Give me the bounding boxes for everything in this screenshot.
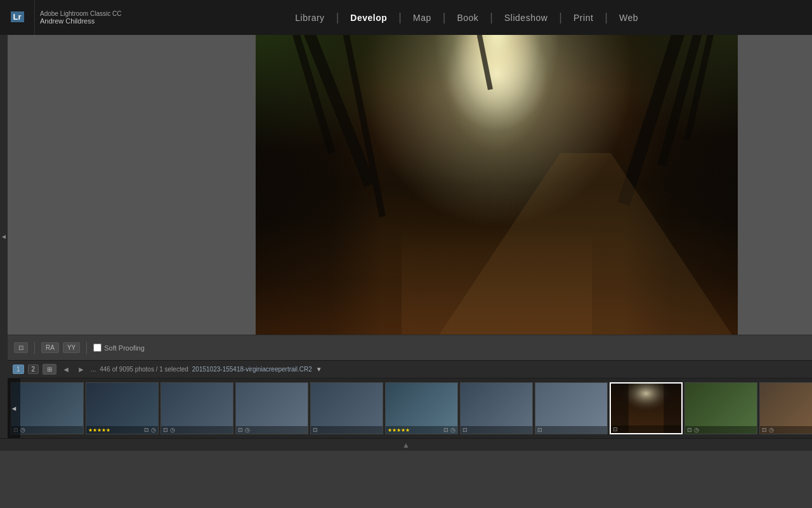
left-panel[interactable]: ◄ (0, 35, 8, 438)
film-thumb-10[interactable]: ⊡ ◷ (684, 382, 757, 434)
lr-badge: Lr (11, 11, 24, 22)
ra-button[interactable]: RA (41, 342, 59, 353)
nav-library[interactable]: Library (284, 8, 336, 28)
app-name: Adobe Lightroom Classic CC (40, 10, 121, 17)
main-photo (256, 35, 738, 335)
film-thumb-6[interactable]: ★★★★★ ⊡ ◷ (385, 382, 458, 434)
thumb-11-overlay: ⊡ ◷ (760, 426, 812, 434)
svg-marker-7 (433, 153, 738, 335)
lr-logo: Lr (0, 0, 35, 35)
film-thumb-8[interactable]: ⊡ (535, 382, 608, 434)
film-thumb-1[interactable]: ⊡ ◷ (11, 382, 84, 434)
prev-photo-button[interactable]: ◄ (60, 365, 72, 374)
photo-count-label: 446 of 9095 photos / 1 selected (100, 366, 188, 373)
next-photo-button[interactable]: ► (75, 365, 87, 374)
svg-line-6 (478, 35, 490, 90)
thumb-8-overlay: ⊡ (535, 426, 607, 434)
film-thumb-3[interactable]: ⊡ ◷ (160, 382, 233, 434)
film-thumb-4[interactable]: ⊡ ◷ (235, 382, 308, 434)
filename-dropdown[interactable]: ▼ (316, 366, 322, 373)
filename-label[interactable]: 20151023-155418-virginiacreepertrail.CR2 (192, 366, 312, 373)
thumb-10-overlay: ⊡ ◷ (685, 426, 757, 434)
nav-web[interactable]: Web (608, 8, 650, 28)
filmstrip-scroll-left[interactable]: ◄ (8, 378, 20, 438)
user-name: Andrew Childress (40, 17, 121, 25)
center-area: ⊡ RA YY Soft Proofing ▼ 1 2 ⊞ ◄ ► ... 44… (8, 35, 812, 438)
filmstrip-info-bar: 1 2 ⊞ ◄ ► ... 446 of 9095 photos / 1 sel… (8, 360, 812, 378)
separator-1 (34, 342, 35, 354)
photo-toolbar: ⊡ RA YY Soft Proofing ▼ (8, 335, 812, 360)
nav-slideshow[interactable]: Slideshow (493, 8, 559, 28)
bottom-bar: ▲ (0, 438, 812, 451)
nav-map[interactable]: Map (402, 8, 443, 28)
thumb-9-overlay: ⊡ (611, 425, 681, 433)
soft-proofing-toggle[interactable]: Soft Proofing (93, 344, 145, 352)
thumb-7-overlay: ⊡ (461, 426, 532, 434)
top-bar: Lr Adobe Lightroom Classic CC Andrew Chi… (0, 0, 812, 35)
page-1-button[interactable]: 1 (13, 364, 24, 374)
view-mode-button[interactable]: ⊡ (14, 342, 28, 353)
filmstrip: ◄ ⊡ ◷ ★★★★★ ⊡ ◷ ⊡ ◷ (8, 378, 812, 438)
page-2-button[interactable]: 2 (28, 364, 39, 374)
main-area: ◄ (0, 35, 812, 438)
separator-2 (86, 342, 87, 354)
thumb-5-overlay: ⊡ (311, 426, 383, 434)
thumb-4-overlay: ⊡ ◷ (236, 426, 308, 434)
film-thumb-5[interactable]: ⊡ (310, 382, 383, 434)
thumb-3-overlay: ⊡ ◷ (161, 426, 233, 434)
nav-menu: Library | Develop | Map | Book | Slidesh… (121, 8, 812, 28)
soft-proofing-checkbox[interactable] (93, 344, 102, 352)
left-panel-toggle[interactable]: ◄ (1, 233, 8, 240)
film-thumb-11[interactable]: ⊡ ◷ (759, 382, 812, 434)
film-thumb-9[interactable]: ⊡ (610, 382, 683, 434)
photo-view (8, 35, 812, 335)
thumb-1-overlay: ⊡ ◷ (11, 426, 83, 434)
soft-proofing-label: Soft Proofing (104, 344, 145, 352)
nav-book[interactable]: Book (445, 8, 490, 28)
film-thumb-2[interactable]: ★★★★★ ⊡ ◷ (86, 382, 159, 434)
thumb-6-overlay: ★★★★★ ⊡ ◷ (386, 426, 457, 434)
nav-print[interactable]: Print (562, 8, 605, 28)
tree-branches-svg (256, 35, 738, 335)
grid-view-button[interactable]: ⊞ (43, 364, 56, 375)
thumb-2-overlay: ★★★★★ ⊡ ◷ (86, 426, 158, 434)
film-thumb-7[interactable]: ⊡ (460, 382, 533, 434)
app-info: Adobe Lightroom Classic CC Andrew Childr… (35, 10, 121, 25)
yy-button[interactable]: YY (63, 342, 80, 353)
nav-develop[interactable]: Develop (339, 8, 398, 28)
bottom-expand-arrow[interactable]: ▲ (402, 441, 410, 450)
